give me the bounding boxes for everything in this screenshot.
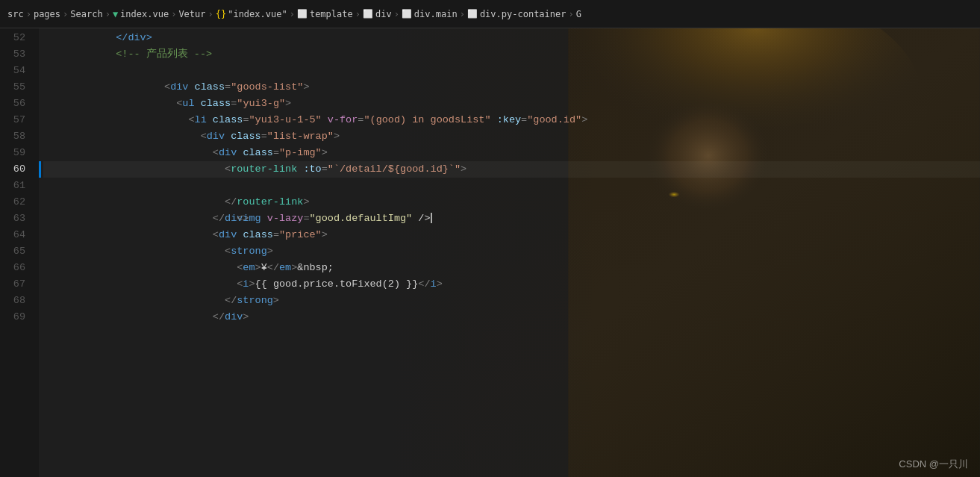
sep5: › (290, 9, 295, 19)
breadcrumb-index-quoted: "index.vue" (228, 9, 287, 19)
sep1: › (63, 9, 68, 19)
line-num-61: 61 (0, 178, 25, 194)
line-num-69: 69 (0, 309, 25, 325)
code-line-52: </div> (43, 30, 980, 46)
line-num-62: 62 (0, 194, 25, 211)
line-num-67: 67 (0, 276, 25, 293)
line-num-63: 63 (0, 211, 25, 227)
template-box-icon: ⬜ (297, 9, 308, 19)
sep4: › (208, 9, 213, 19)
breadcrumb-index-vue[interactable]: index.vue (120, 9, 169, 19)
line-num-52: 52 (0, 30, 25, 46)
breadcrumb-pages: pages (34, 9, 60, 19)
editor-container: src › pages › Search › ▼ index.vue › Vet… (0, 0, 980, 477)
breadcrumb-div-py-container[interactable]: div.py-container (480, 9, 567, 19)
sep0: › (26, 9, 31, 19)
line-num-54: 54 (0, 63, 25, 79)
breadcrumb-vetur: Vetur (178, 9, 205, 19)
watermark: CSDN @一只川 (899, 458, 968, 471)
breadcrumb-div[interactable]: div (375, 9, 392, 19)
div-box-icon: ⬜ (363, 9, 373, 19)
line-numbers-column: 52 53 54 55 56 57 58 59 60 61 62 63 64 6… (0, 28, 39, 477)
div-main-box-icon: ⬜ (402, 9, 412, 19)
breadcrumb-src: src (7, 9, 24, 19)
code-line-60: <img v-lazy="good.defaultImg" /> (43, 161, 980, 178)
line-num-68: 68 (0, 293, 25, 309)
sep8: › (460, 9, 465, 19)
breadcrumb-bar: src › pages › Search › ▼ index.vue › Vet… (0, 0, 980, 28)
sep3: › (171, 9, 176, 19)
code-line-61: </router-link> (43, 178, 980, 194)
code-line-53: <!-- 产品列表 --> (43, 46, 980, 63)
line-num-53: 53 (0, 46, 25, 63)
breadcrumb-g: G (576, 9, 581, 19)
line-num-56: 56 (0, 96, 25, 112)
line-num-66: 66 (0, 260, 25, 276)
code-line-54: <div class="goods-list"> (43, 63, 980, 79)
sep9: › (568, 9, 573, 19)
line-num-64: 64 (0, 227, 25, 243)
line-num-65: 65 (0, 243, 25, 260)
breadcrumb-div-main[interactable]: div.main (414, 9, 458, 19)
curly-icon: {} (216, 9, 226, 19)
div-py-box-icon: ⬜ (467, 9, 478, 19)
line-num-58: 58 (0, 128, 25, 145)
sep7: › (394, 9, 399, 19)
line-num-57: 57 (0, 112, 25, 128)
breadcrumb-search[interactable]: Search (70, 9, 102, 19)
sep2: › (105, 9, 110, 19)
line-num-59: 59 (0, 145, 25, 161)
vue-icon: ▼ (113, 9, 118, 19)
line-num-55: 55 (0, 79, 25, 96)
breadcrumb-template[interactable]: template (310, 9, 353, 19)
editor-main[interactable]: 52 53 54 55 56 57 58 59 60 61 62 63 64 6… (0, 28, 980, 477)
code-lines[interactable]: </div> <!-- 产品列表 --> <div class="goods-l… (39, 28, 980, 477)
line-num-60: 60 (0, 161, 25, 178)
sep6: › (355, 9, 361, 19)
